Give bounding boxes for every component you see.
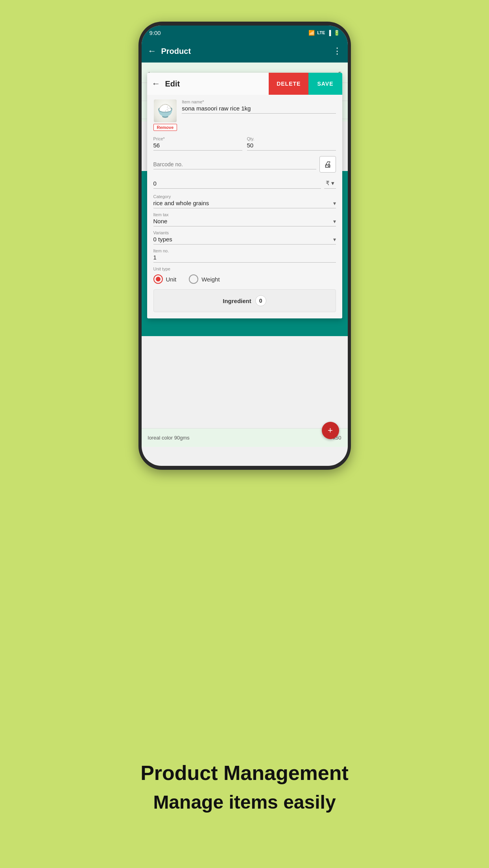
weight-radio-option[interactable]: Weight: [189, 274, 220, 284]
status-icons: 📶 LTE ▐ 🔋: [308, 30, 340, 36]
item-tax-label: Item tax: [153, 212, 336, 217]
app-back-button[interactable]: ←: [148, 46, 157, 56]
remove-image-button[interactable]: Remove: [153, 124, 177, 131]
signal-icon: ▐: [327, 30, 331, 36]
bottom-text-section: Product Management Manage items easily: [0, 762, 489, 813]
item-image-wrap: Remove: [153, 99, 177, 131]
qty-label: Qty.: [247, 136, 336, 141]
barcode-input[interactable]: [153, 160, 316, 169]
weight-radio-circle: [189, 274, 198, 284]
subheadline-text: Manage items easily: [153, 791, 336, 813]
headline-text: Product Management: [140, 762, 349, 784]
item-name-label: Item name*: [182, 99, 336, 104]
app-header: ← Product ⋮: [142, 40, 348, 63]
phone-frame: 9:00 📶 LTE ▐ 🔋 ← Product ⋮ 1 5 2: [138, 22, 351, 470]
app-more-button[interactable]: ⋮: [333, 46, 341, 56]
price-label: Price*: [153, 136, 242, 141]
delete-button[interactable]: DELETE: [269, 73, 308, 95]
wifi-icon: 📶: [308, 30, 315, 36]
price-qty-row: Price* 56 Qty. 50: [153, 136, 336, 151]
ingredient-label: Ingredient: [223, 298, 251, 304]
dialog-header: ← Edit DELETE SAVE: [147, 73, 342, 95]
item-no-label: Item no.: [153, 248, 336, 253]
item-tax-dropdown[interactable]: None ▾: [153, 218, 336, 226]
battery-icon: 🔋: [334, 30, 340, 36]
unit-type-label: Unit type: [153, 267, 336, 271]
ingredient-badge: 0: [255, 295, 266, 306]
currency-symbol: ₹: [326, 180, 330, 187]
qty-field: Qty. 50: [247, 136, 336, 151]
category-value: rice and whole grains: [153, 200, 209, 206]
qty-value[interactable]: 50: [247, 142, 336, 151]
currency-select[interactable]: ₹ ▾: [324, 178, 336, 189]
item-tax-value: None: [153, 218, 168, 224]
item-image[interactable]: [154, 99, 177, 122]
item-name-field: Item name* sona masoori raw rice 1kg: [182, 99, 336, 114]
ingredient-button[interactable]: Ingredient 0: [153, 289, 336, 312]
variants-value: 0 types: [153, 236, 172, 243]
print-button[interactable]: 🖨: [319, 156, 336, 173]
print-icon: 🖨: [324, 160, 332, 169]
unit-type-row: Unit Weight: [153, 274, 336, 284]
dialog-back-button[interactable]: ←: [147, 73, 165, 95]
unit-radio-option[interactable]: Unit: [153, 274, 177, 284]
status-bar: 9:00 📶 LTE ▐ 🔋: [142, 26, 348, 40]
save-button[interactable]: SAVE: [308, 73, 342, 95]
item-name-value[interactable]: sona masoori raw rice 1kg: [182, 105, 336, 114]
variants-dropdown-arrow: ▾: [333, 236, 336, 243]
item-tax-dropdown-arrow: ▾: [333, 218, 336, 224]
category-dropdown-arrow: ▾: [333, 200, 336, 206]
phone-screen: 9:00 📶 LTE ▐ 🔋 ← Product ⋮ 1 5 2: [142, 26, 348, 466]
item-no-value[interactable]: 1: [153, 254, 336, 263]
lte-icon: LTE: [317, 30, 325, 35]
bottom-bar: loreal color 90gms x50: [142, 428, 348, 447]
category-dropdown[interactable]: rice and whole grains ▾: [153, 200, 336, 208]
unit-radio-label: Unit: [166, 276, 177, 283]
fab-button[interactable]: +: [322, 422, 339, 439]
variants-dropdown[interactable]: 0 types ▾: [153, 236, 336, 245]
barcode-row: 🖨: [153, 156, 336, 173]
price-field: Price* 56: [153, 136, 242, 151]
dialog-body: Remove Item name* sona masoori raw rice …: [147, 95, 342, 318]
variants-field: Variants 0 types ▾: [153, 230, 336, 245]
edit-dialog: ← Edit DELETE SAVE Remove Item name* son…: [147, 73, 342, 318]
bottom-item-name: loreal color 90gms: [148, 435, 190, 441]
item-tax-field: Item tax None ▾: [153, 212, 336, 226]
dialog-title: Edit: [165, 73, 269, 95]
discount-input[interactable]: [153, 178, 321, 189]
currency-dropdown-arrow: ▾: [331, 180, 334, 187]
weight-radio-label: Weight: [201, 276, 220, 283]
unit-radio-circle: [153, 274, 163, 284]
app-title: Product: [161, 47, 328, 56]
category-label: Category: [153, 194, 336, 199]
status-time: 9:00: [149, 29, 161, 36]
variants-label: Variants: [153, 230, 336, 235]
price-value[interactable]: 56: [153, 142, 242, 151]
item-top-row: Remove Item name* sona masoori raw rice …: [153, 99, 336, 131]
discount-row: ₹ ▾: [153, 178, 336, 189]
category-field: Category rice and whole grains ▾: [153, 194, 336, 208]
item-no-field: Item no. 1: [153, 248, 336, 263]
